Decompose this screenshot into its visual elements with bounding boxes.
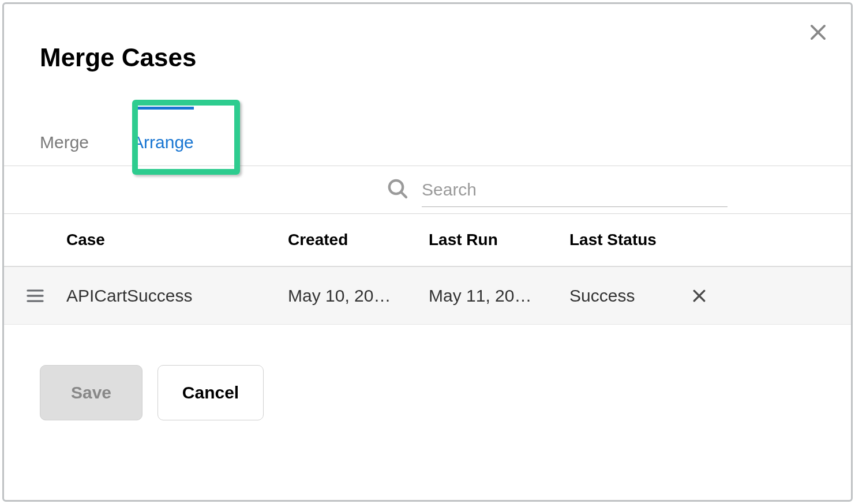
header-last-status[interactable]: Last Status (569, 231, 691, 249)
cell-last-run: May 11, 20… (429, 286, 569, 306)
table-header-row: Case Created Last Run Last Status (4, 214, 851, 267)
cell-created: May 10, 20… (288, 286, 429, 306)
close-dialog-button[interactable] (807, 21, 829, 46)
merge-cases-dialog: Merge Cases Merge Arrange Case Created L… (2, 2, 853, 502)
cell-status: Success (569, 286, 691, 306)
tab-merge[interactable]: Merge (40, 107, 89, 166)
tab-arrange[interactable]: Arrange (132, 107, 194, 166)
tabs-container: Merge Arrange (4, 72, 851, 166)
dialog-footer: Save Cancel (4, 325, 851, 420)
table-row[interactable]: APICartSuccess May 10, 20… May 11, 20… S… (4, 267, 851, 325)
drag-handle[interactable] (4, 288, 66, 303)
save-button[interactable]: Save (40, 365, 142, 420)
cases-table: Case Created Last Run Last Status APICar… (4, 214, 851, 325)
header-last-run[interactable]: Last Run (429, 231, 569, 249)
close-icon (807, 21, 829, 43)
remove-row-button[interactable] (691, 287, 748, 304)
header-case[interactable]: Case (66, 231, 288, 249)
dialog-title: Merge Cases (4, 4, 851, 72)
search-icon (386, 177, 409, 202)
search-input[interactable] (422, 172, 727, 207)
search-bar (4, 166, 851, 214)
drag-icon (26, 288, 44, 303)
close-icon (691, 287, 708, 304)
cell-case: APICartSuccess (66, 286, 288, 306)
header-created[interactable]: Created (288, 231, 429, 249)
cancel-button[interactable]: Cancel (158, 365, 264, 420)
svg-line-3 (401, 192, 406, 197)
